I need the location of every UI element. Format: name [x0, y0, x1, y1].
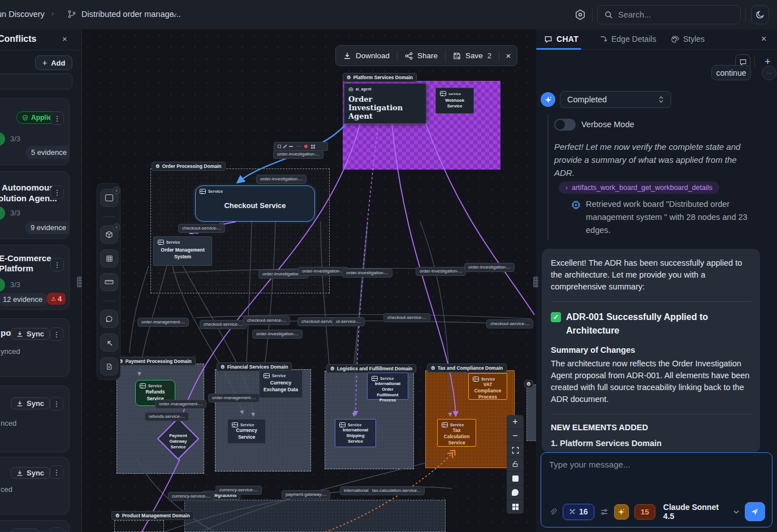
sync-card[interactable]: Sync ⋮ nced — [0, 386, 70, 452]
cube-tool[interactable]: › — [100, 226, 118, 244]
conflict-card[interactable]: E-Commerce Platform ⋮ ✓ 3/3 12 evidence … — [0, 245, 70, 310]
zoom-in-button[interactable]: + — [507, 415, 524, 429]
node-currency-exchange-data[interactable]: Service Currency Exchange Data — [259, 370, 303, 398]
domain-label-logistics[interactable]: ⚙Logistics and Fulfillment Domain — [326, 364, 416, 373]
node-vat-compliance[interactable]: Service VAT Compliance Process — [468, 373, 507, 400]
domain-label-platform[interactable]: ⚙Platform Services Domain — [343, 73, 417, 82]
edge-label[interactable]: order-investigation-... — [252, 330, 303, 339]
kebab-menu[interactable]: ⋮ — [50, 527, 63, 532]
node-order-investigation-agent[interactable]: ai_agent Order Investigation Agent — [344, 83, 426, 124]
edge-label[interactable]: currency-service-... — [215, 486, 262, 495]
pen-icon[interactable] — [283, 144, 287, 148]
edge-label[interactable]: checkout-service-... — [178, 224, 225, 233]
kebab-menu[interactable]: ⋮ — [50, 258, 64, 271]
expand-chevron-icon[interactable]: › — [113, 223, 120, 231]
edge-label[interactable]: payment-gateway-... — [282, 490, 330, 499]
right-panel-resize-handle[interactable] — [533, 276, 538, 288]
edge-label[interactable]: checkout-service-... — [243, 316, 290, 325]
node-currency-service[interactable]: Service Currency Service — [227, 419, 266, 444]
lock-button[interactable] — [507, 457, 524, 472]
domain-label-order-processing[interactable]: ⚙Order Processing Domain — [152, 162, 226, 171]
kebab-menu[interactable]: ⋮ — [50, 111, 64, 125]
sync-card-partial[interactable]: Sync ⋮ — [0, 520, 70, 532]
edge-label[interactable]: order-investigation-... — [298, 267, 348, 276]
node-tax-calculation[interactable]: Service Tax Calculation Service — [437, 419, 476, 447]
left-panel-resize-handle[interactable] — [77, 276, 82, 288]
paperclip-icon[interactable] — [549, 508, 557, 516]
save-button[interactable]: Save2 — [446, 46, 499, 66]
edge-label[interactable]: refunds-service-... — [145, 412, 189, 421]
kebab-menu[interactable]: ⋮ — [50, 185, 64, 199]
node-checkout-service[interactable]: Service Checkout Service — [195, 185, 315, 222]
add-button[interactable]: +Add — [35, 55, 72, 70]
conflict-card[interactable]: Applied ⋮ ✓ 3/3 5 evidence — [0, 98, 70, 165]
domain-label-product[interactable]: ⚙Product Management Domain — [111, 511, 194, 520]
tool-call-pill[interactable]: ›artifacts_work_board_get_workboard_deta… — [559, 181, 719, 194]
model-selector[interactable]: Claude Sonnet 4.5 — [663, 503, 739, 521]
domain-label-payment[interactable]: ⚙Payment Processing Domain — [115, 357, 196, 366]
edge-label[interactable]: currency-service-... — [168, 492, 214, 501]
comment-tool[interactable] — [100, 310, 118, 328]
search-input[interactable] — [618, 10, 731, 19]
edge-label[interactable]: ut-service-... — [332, 317, 365, 326]
share-button[interactable]: Share — [398, 46, 445, 66]
sync-button[interactable]: Sync — [11, 529, 40, 532]
edge-label[interactable]: checkout-service-... — [383, 313, 430, 322]
edge-context-toolbar[interactable]: ⋯ — [274, 142, 328, 151]
sync-button[interactable]: Sync — [11, 328, 50, 340]
edge-label[interactable]: checkout-service-... — [486, 319, 533, 328]
red-dot-icon[interactable] — [304, 145, 308, 148]
evidence-chip[interactable]: 9 evidence — [25, 221, 70, 234]
close-icon[interactable]: × — [761, 34, 766, 44]
edge-label[interactable]: order-investigation-... — [273, 150, 323, 159]
node-international-shipping[interactable]: Service International Shipping Service — [335, 419, 376, 447]
layout-grid-button[interactable] — [507, 500, 524, 514]
tab-edge-details[interactable]: Edge Details — [599, 34, 656, 44]
diagram-canvas[interactable]: ⚙Platform Services Domain ⚙Order Process… — [82, 29, 536, 532]
edge-label[interactable]: order-investigation-... — [342, 269, 392, 278]
sync-button[interactable]: Sync — [11, 467, 50, 479]
close-canvas-button[interactable]: × — [499, 46, 517, 66]
evidence-chip[interactable]: 5 evidence — [25, 146, 70, 159]
sync-button[interactable]: Sync — [11, 397, 50, 409]
edge-label[interactable]: order-management-... — [137, 318, 189, 327]
circle-node-button[interactable] — [507, 486, 524, 500]
expand-chevron-icon[interactable]: › — [113, 187, 120, 194]
cursor-tool[interactable] — [100, 334, 118, 352]
sync-card[interactable]: po Sync ⋮ ynced — [0, 318, 70, 377]
edge-label[interactable]: tax-calculation-service... — [368, 486, 425, 495]
filter-input[interactable] — [0, 73, 72, 89]
edge-label[interactable]: order-management-... — [208, 393, 260, 403]
edge-label[interactable]: checkout-service-... — [200, 320, 247, 329]
overflow-circle-button[interactable]: ⋯ — [762, 66, 776, 80]
edge-label[interactable]: order-management-... — [155, 400, 206, 409]
kebab-menu[interactable]: ⋮ — [50, 397, 63, 410]
tab-styles[interactable]: Styles — [671, 34, 705, 44]
sliders-icon[interactable] — [600, 508, 608, 516]
chevron-down-icon[interactable] — [171, 13, 177, 17]
grid-tool[interactable] — [100, 249, 118, 267]
kebab-menu[interactable]: ⋮ — [50, 327, 63, 341]
rectangle-tool[interactable]: › — [100, 189, 118, 207]
edge-label[interactable]: order-investigation-... — [256, 175, 307, 184]
grid-icon[interactable] — [311, 145, 315, 149]
dark-mode-button[interactable] — [751, 5, 769, 24]
line-icon[interactable] — [289, 146, 293, 147]
fit-view-button[interactable] — [507, 443, 524, 457]
alert-count-pill[interactable]: 15 — [634, 504, 655, 520]
node-webhook-service[interactable]: service Webhook Service — [435, 88, 474, 114]
search-box[interactable] — [597, 5, 741, 24]
continue-button[interactable]: continue — [711, 65, 751, 80]
node-order-management-system[interactable]: Service Order Management System — [153, 236, 212, 266]
evidence-chip[interactable]: 12 evidence — [0, 293, 48, 306]
enhance-button[interactable] — [614, 504, 629, 520]
shape-icon[interactable] — [278, 145, 281, 148]
document-tool[interactable] — [100, 357, 118, 375]
close-icon[interactable]: × — [62, 34, 67, 44]
send-button[interactable] — [745, 502, 765, 521]
warning-badge[interactable]: ⚠4 — [47, 293, 66, 305]
sync-card[interactable]: Sync ⋮ ced — [0, 457, 70, 514]
conflict-card[interactable]: Autonomous olution Agen... ⋮ ✓ 3/3 9 evi… — [0, 171, 70, 239]
node-international-order-fulfillment[interactable]: Service International Order Fulfillment … — [367, 373, 408, 400]
edge-label[interactable]: order-investigation-... — [416, 267, 466, 276]
